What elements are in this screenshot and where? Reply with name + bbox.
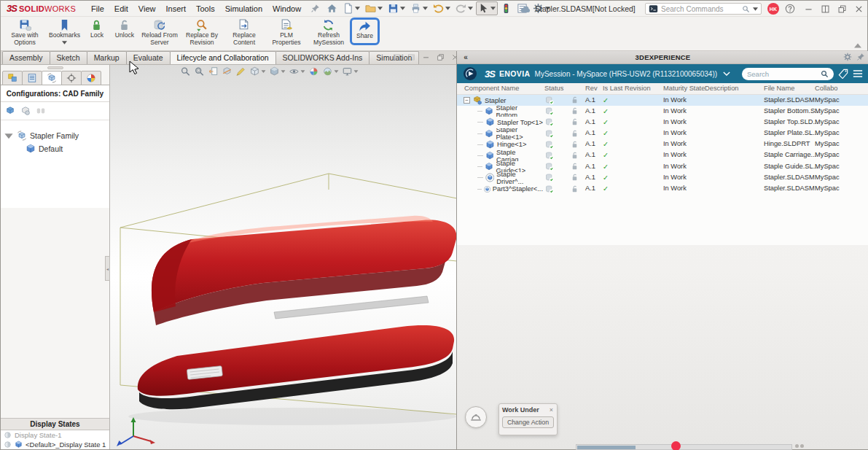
graphics-viewport[interactable] [110,65,456,449]
menu-file[interactable]: File [86,3,109,15]
tab-sketch[interactable]: Sketch [50,51,87,64]
scene-ball-button[interactable] [322,66,338,77]
manager-tab-configuration-manager[interactable] [42,71,62,85]
manager-tab-dimxpert-manager[interactable] [61,71,82,85]
pane-right-icon[interactable] [407,53,415,61]
column-header-file-name[interactable]: File Name [764,85,794,92]
panel-splitter-handle[interactable] [47,66,63,69]
unlock-button[interactable]: Unlock [111,18,138,40]
tree-item-default[interactable]: Default [4,142,106,155]
new-doc-button[interactable] [340,1,362,15]
panel-settings-icon[interactable] [843,53,852,61]
previous-view-button[interactable] [208,66,218,77]
doc-restore-icon[interactable] [437,53,445,61]
view-cube-button[interactable] [249,66,265,77]
component-row-stapler[interactable]: −StaplerA.1✓In WorkStapler.SLDASMMySpac [457,95,868,106]
close-popup-icon[interactable]: × [549,406,554,414]
component-row-stapler-top-1[interactable]: Stapler Top<1>A.1✓In WorkStapler Top.SLD… [457,117,868,128]
manager-tab-display-manager[interactable] [81,71,101,85]
component-name-cell[interactable]: Stapler Plate<1> [457,128,543,139]
component-name-cell[interactable]: Staple Guide<1> [457,161,543,172]
chevron-down-icon[interactable] [723,71,730,76]
column-header-is-last-revision[interactable]: Is Last Revision [603,85,651,92]
restore-button[interactable] [837,4,847,14]
share-button[interactable]: Share [350,18,380,45]
lock-button[interactable]: Lock [83,18,111,40]
menu-view[interactable]: View [133,3,161,15]
expand-arrow-icon[interactable] [4,131,14,141]
component-name-cell[interactable]: Stapler Top<1> [457,117,543,128]
menu-icon[interactable] [853,69,863,78]
print-button[interactable] [408,1,430,15]
maximize-button[interactable] [821,4,830,14]
tag-icon[interactable] [838,69,848,79]
config-tool-b-icon[interactable] [20,106,31,116]
home-button[interactable] [324,1,340,15]
panel-search-box[interactable]: Search [742,68,834,80]
collapse-expander[interactable]: − [464,97,470,104]
search-commands-box[interactable]: Search Commands [645,3,762,15]
config-tool-a-icon[interactable] [5,106,15,116]
doc-minimize-icon[interactable] [422,53,430,61]
zoom-fit-button[interactable] [180,66,190,77]
sketch-button[interactable] [235,66,246,77]
panel-collapse-arrow[interactable]: ◂ [105,256,110,281]
component-row-part3-stapler[interactable]: Part3^Stapler<...A.1✓In WorkStapler.SLDA… [457,184,868,195]
minimize-button[interactable] [804,4,813,14]
menu-simulation[interactable]: Simulation [220,3,267,15]
config-tool-c-icon[interactable] [36,106,46,116]
select-cursor-button[interactable] [476,1,498,15]
user-avatar[interactable]: HK [767,3,779,15]
column-header-component-name[interactable]: Component Name [464,85,519,92]
pin-icon[interactable] [310,4,320,13]
manager-tab-feature-manager[interactable] [2,71,23,85]
component-row-stapler-plate-1[interactable]: Stapler Plate<1>A.1✓In WorkStapler Plate… [457,128,868,139]
assistant-avatar[interactable] [465,406,487,428]
reload-from-server-button[interactable]: Reload From Server [138,18,181,47]
component-name-cell[interactable]: Staple Carriag... [457,150,543,161]
search-icon[interactable] [821,70,829,78]
panel-pin-icon[interactable] [856,53,865,61]
component-name-cell[interactable]: Hinge<1> [457,139,543,150]
3ds-compass-icon[interactable] [463,66,477,81]
replace-by-revision-button[interactable]: Replace By Revision [181,18,223,47]
close-button[interactable] [854,4,864,14]
display-state-row[interactable]: <Default>_Display State 1 [1,440,109,449]
collapse-toolbar-icon[interactable] [854,43,861,48]
tab-solidworks-add-ins[interactable]: SOLIDWORKS Add-Ins [275,51,370,64]
bookmarks-button[interactable]: Bookmarks [46,18,83,45]
component-row-staple-guide-1[interactable]: Staple Guide<1>A.1✓In WorkStaple Guide.S… [457,161,868,172]
tab-assembly[interactable]: Assembly [2,51,50,64]
menu-edit[interactable]: Edit [109,3,133,15]
component-row-stapler-bottom[interactable]: Stapler Bottom...A.1✓In WorkStapler Bott… [457,106,868,117]
component-name-cell[interactable]: Staple Driver^... [457,172,543,183]
undo-button[interactable] [431,1,453,15]
tab-markup[interactable]: Markup [87,51,127,64]
tab-lifecycle-and-collaboration[interactable]: Lifecycle and Collaboration [170,51,276,64]
menu-tools[interactable]: Tools [191,3,220,15]
change-action-button[interactable]: Change Action [502,416,554,428]
stapler-3d-model[interactable] [110,158,456,449]
help-icon[interactable] [785,4,795,14]
column-header-description[interactable]: Description [705,85,739,92]
hide-show-eye-button[interactable] [289,66,305,77]
scrollbar-thumb[interactable] [577,446,636,449]
component-row-hinge-1[interactable]: Hinge<1>A.1✓In WorkHinge.SLDPRTMySpac [457,139,868,150]
search-caret-icon[interactable] [753,7,758,11]
tree-item-stapler-family[interactable]: Stapler Family [4,129,106,142]
plm-properties-button[interactable]: PLM Properties [265,18,308,47]
manager-tab-property-manager[interactable] [22,71,42,85]
menu-window[interactable]: Window [267,3,306,15]
refresh-mysession-button[interactable]: Refresh MySession [308,18,350,47]
display-style-button[interactable] [269,66,285,77]
section-view-button[interactable] [222,66,232,77]
view-settings-button[interactable] [342,66,358,77]
session-selector[interactable]: MySession - MySpace (HRS-USW2 (R11321000… [535,70,717,78]
traffic-light-button[interactable] [498,1,514,15]
column-header-rev[interactable]: Rev [585,85,598,92]
component-name-cell[interactable]: −Stapler [457,95,543,106]
component-row-staple-carriag[interactable]: Staple Carriag...A.1✓In WorkStaple Carri… [457,150,868,161]
redo-button[interactable] [453,1,475,15]
zoom-area-button[interactable] [194,66,204,77]
save-with-options-button[interactable]: Save with Options [4,18,46,47]
